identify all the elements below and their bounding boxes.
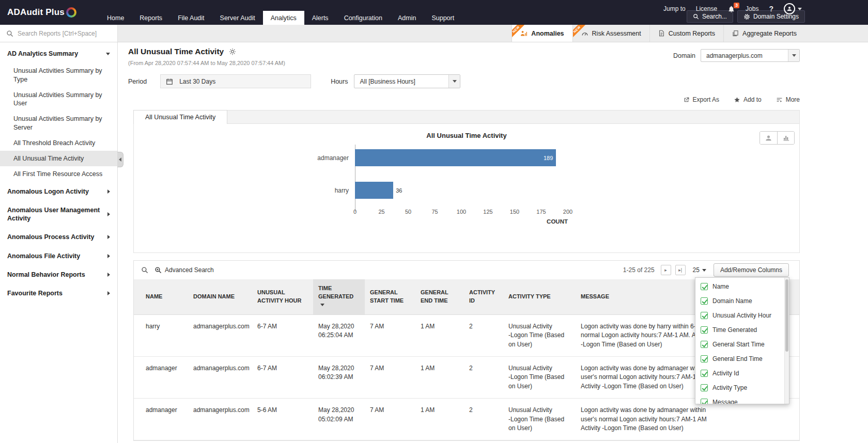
last-page-button[interactable]: ▸| (675, 265, 686, 275)
dropdown-scrollbar[interactable] (784, 278, 789, 404)
report-search-input[interactable] (18, 30, 117, 37)
add-to-button[interactable]: Add to (734, 96, 762, 103)
tab-aggregate-reports[interactable]: Aggregate Reports (723, 25, 805, 42)
hours-select[interactable]: All [Business Hours] (354, 74, 460, 88)
checkbox-icon[interactable] (701, 297, 708, 305)
scrollbar-thumb[interactable] (785, 279, 788, 352)
checkbox-icon[interactable] (701, 370, 708, 377)
sidebar-item-unusual-activities-summary-by-server[interactable]: Unusual Activities Summary by Server (0, 111, 117, 135)
sidebar-collapse-handle[interactable] (117, 152, 123, 167)
column-toggle-time-generated[interactable]: Time Generated (695, 323, 785, 337)
sidebar-item-all-first-time-resource-access[interactable]: All First Time Resource Access (0, 166, 117, 182)
app-logo[interactable]: ADAudit Plus (0, 0, 99, 25)
nav-item-configuration[interactable]: Configuration (336, 11, 390, 25)
domain-select[interactable]: admanagerplus.com (701, 49, 800, 62)
tab-custom-reports[interactable]: Custom Reports (649, 25, 723, 42)
table-search-icon[interactable] (141, 266, 148, 274)
sidebar-group-anomalous-user-management-activity[interactable]: Anomalous User Management Activity (0, 201, 117, 228)
column-header-name[interactable]: NAME (134, 279, 188, 314)
table-row[interactable]: admanageradmanagerplus.com5-6 AMMay 28,2… (134, 399, 799, 440)
sidebar-group-label: Anomalous Logon Activity (7, 187, 89, 196)
action-label: More (786, 96, 800, 103)
sidebar-group-anomalous-file-activity[interactable]: Anomalous File Activity (0, 247, 117, 265)
column-toggle-name[interactable]: Name (695, 279, 785, 294)
chevron-down-icon (798, 8, 802, 10)
chevron-down-icon (448, 75, 460, 88)
column-toggle-general-end-time[interactable]: General End Time (695, 352, 785, 366)
page-size-value: 25 (693, 266, 700, 274)
tab-risk-assessment[interactable]: NEWRisk Assessment (572, 25, 649, 42)
user-menu[interactable] (784, 3, 802, 14)
table-cell: 5-6 AM (252, 399, 313, 440)
chart-x-tick: 25 (378, 209, 384, 215)
column-header-label: TIME GENERATED (318, 285, 353, 299)
tab-anomalies[interactable]: NEWAnomalies (512, 25, 572, 42)
column-header-unusual-activity-hour[interactable]: UNUSUAL ACTIVITY HOUR (252, 279, 313, 314)
checkbox-icon[interactable] (701, 326, 708, 334)
checkbox-icon[interactable] (701, 384, 708, 391)
notifications-button[interactable]: 3 (727, 5, 735, 13)
action-label: Add to (743, 96, 762, 103)
add-remove-columns-button[interactable]: Add/Remove Columns (714, 263, 789, 277)
column-toggle-domain-name[interactable]: Domain Name (695, 294, 785, 308)
sidebar-group-ad-analytics-summary[interactable]: AD Analytics Summary (0, 44, 117, 63)
table-cell: 1 AM (415, 356, 464, 398)
column-toggle-activity-type[interactable]: Activity Type (695, 381, 785, 395)
report-settings-sun-icon[interactable] (229, 48, 236, 55)
checkbox-icon[interactable] (701, 355, 708, 362)
checkbox-icon[interactable] (701, 283, 708, 290)
jobs-link[interactable]: Jobs (746, 5, 758, 12)
column-header-general-end-time[interactable]: GENERAL END TIME (415, 279, 464, 314)
chart-x-tick: 0 (353, 209, 357, 215)
nav-item-alerts[interactable]: Alerts (304, 11, 336, 25)
utility-row: Jump to License 3 Jobs ? (663, 3, 802, 14)
sidebar-group-anomalous-process-activity[interactable]: Anomalous Process Activity (0, 228, 117, 246)
sidebar-item-unusual-activities-summary-by-user[interactable]: Unusual Activities Summary by User (0, 87, 117, 112)
checkbox-icon[interactable] (701, 312, 708, 319)
column-toggle-unusual-activity-hour[interactable]: Unusual Activity Hour (695, 308, 785, 323)
nav-item-home[interactable]: Home (99, 11, 132, 25)
chevron-down-icon (702, 269, 706, 272)
nav-item-file-audit[interactable]: File Audit (170, 11, 212, 25)
nav-item-analytics[interactable]: Analytics (263, 11, 304, 25)
chart-category-label: harry (267, 187, 355, 194)
checkbox-icon[interactable] (701, 341, 708, 348)
chart-bar[interactable] (355, 182, 393, 199)
checkbox-icon[interactable] (701, 399, 708, 404)
sidebar-group-anomalous-logon-activity[interactable]: Anomalous Logon Activity (0, 182, 117, 201)
help-button[interactable]: ? (769, 5, 773, 13)
column-toggle-activity-id[interactable]: Activity Id (695, 366, 785, 381)
nav-item-reports[interactable]: Reports (132, 11, 170, 25)
next-page-button[interactable]: ▸ (661, 265, 671, 275)
nav-item-admin[interactable]: Admin (390, 11, 424, 25)
table-cell: 2 (464, 399, 503, 440)
period-input[interactable]: Last 30 Days (160, 74, 311, 88)
column-toggle-message[interactable]: Message (695, 395, 785, 404)
column-toggle-general-start-time[interactable]: General Start Time (695, 337, 785, 352)
page-size-select[interactable]: 25 (693, 266, 706, 274)
nav-item-server-audit[interactable]: Server Audit (212, 11, 263, 25)
sidebar-item-unusual-activities-summary-by-type[interactable]: Unusual Activities Summary by Type (0, 63, 117, 87)
column-header-domain-name[interactable]: DOMAIN NAME (188, 279, 252, 314)
chart-x-axis-label: COUNT (355, 218, 568, 232)
column-header-activity-type[interactable]: ACTIVITY TYPE (503, 279, 576, 314)
jump-to-link[interactable]: Jump to (663, 5, 686, 12)
nav-item-support[interactable]: Support (424, 11, 462, 25)
export-as-button[interactable]: Export As (683, 96, 719, 103)
sidebar-group-normal-behavior-reports[interactable]: Normal Behavior Reports (0, 265, 117, 284)
sidebar-item-all-threshold-breach-activity[interactable]: All Threshold Breach Activity (0, 135, 117, 151)
license-link[interactable]: License (696, 5, 717, 12)
more-button[interactable]: More (776, 96, 800, 103)
column-header-time-generated[interactable]: TIME GENERATED (313, 279, 365, 314)
column-header-general-start-time[interactable]: GENERAL START TIME (365, 279, 415, 314)
title-block: All Unusual Time Activity (From Apr 28,2… (128, 47, 285, 66)
sidebar-item-all-unusual-time-activity[interactable]: All Unusual Time Activity (0, 151, 117, 166)
chart-x-tick: 125 (483, 209, 492, 215)
view-tab-all-unusual-time-activity[interactable]: All Unusual Time Activity (133, 110, 227, 124)
column-header-activity-id[interactable]: ACTIVITY ID (464, 279, 503, 314)
chart-bar[interactable]: 189 (355, 149, 556, 166)
advanced-search-button[interactable]: Advanced Search (154, 266, 214, 274)
sidebar-group-favourite-reports[interactable]: Favourite Reports (0, 284, 117, 303)
chart-x-tick: 75 (431, 209, 438, 215)
column-header-label: ACTIVITY TYPE (508, 293, 551, 299)
